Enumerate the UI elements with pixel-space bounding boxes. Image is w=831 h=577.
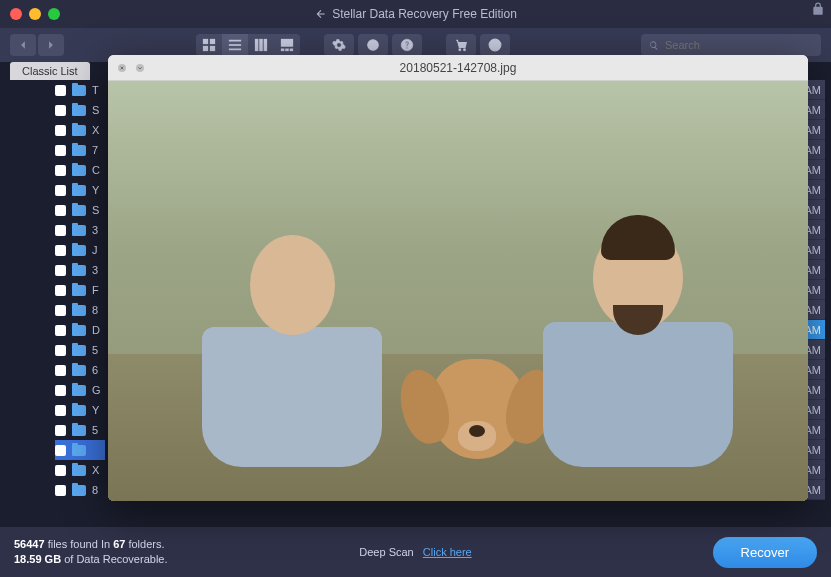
svg-point-15: [458, 49, 460, 51]
file-checkbox[interactable]: [55, 445, 66, 456]
user-account-button[interactable]: [480, 34, 510, 56]
file-checkbox[interactable]: [55, 185, 66, 196]
file-checkbox[interactable]: [55, 405, 66, 416]
svg-rect-8: [259, 39, 263, 51]
file-row[interactable]: D: [55, 320, 105, 340]
file-checkbox[interactable]: [55, 285, 66, 296]
view-list-button[interactable]: [222, 34, 248, 56]
file-row[interactable]: X: [55, 120, 105, 140]
svg-point-20: [136, 64, 144, 72]
file-checkbox[interactable]: [55, 265, 66, 276]
file-checkbox[interactable]: [55, 225, 66, 236]
file-row[interactable]: 6: [55, 360, 105, 380]
file-checkbox[interactable]: [55, 245, 66, 256]
view-grid-button[interactable]: [196, 34, 222, 56]
file-checkbox[interactable]: [55, 305, 66, 316]
file-checkbox[interactable]: [55, 125, 66, 136]
search-box[interactable]: [641, 34, 821, 56]
file-row[interactable]: 8: [55, 300, 105, 320]
file-row[interactable]: S: [55, 100, 105, 120]
app-back-arrow-icon: [314, 8, 326, 20]
svg-point-18: [493, 42, 497, 46]
folder-icon: [72, 105, 86, 116]
file-row[interactable]: Y: [55, 400, 105, 420]
window-titlebar: Stellar Data Recovery Free Edition: [0, 0, 831, 28]
file-row[interactable]: X: [55, 460, 105, 480]
file-row[interactable]: 8: [55, 480, 105, 500]
file-checkbox[interactable]: [55, 105, 66, 116]
folder-icon: [72, 165, 86, 176]
file-checkbox[interactable]: [55, 485, 66, 496]
svg-rect-1: [209, 39, 214, 44]
svg-rect-4: [228, 40, 240, 42]
svg-rect-0: [202, 39, 207, 44]
file-row[interactable]: S: [55, 200, 105, 220]
cart-button[interactable]: [446, 34, 476, 56]
svg-rect-10: [280, 39, 292, 47]
file-checkbox[interactable]: [55, 385, 66, 396]
file-row[interactable]: 3: [55, 220, 105, 240]
file-name-fragment: 3: [92, 264, 98, 276]
file-name-fragment: C: [92, 164, 100, 176]
file-row[interactable]: C: [55, 160, 105, 180]
folder-icon: [72, 145, 86, 156]
file-checkbox[interactable]: [55, 345, 66, 356]
folder-icon: [72, 185, 86, 196]
folder-icon: [72, 365, 86, 376]
minimize-window-button[interactable]: [29, 8, 41, 20]
file-checkbox[interactable]: [55, 465, 66, 476]
photo-dog: [402, 359, 552, 459]
file-row[interactable]: T: [55, 80, 105, 100]
settings-gear-button[interactable]: [324, 34, 354, 56]
maximize-window-button[interactable]: [48, 8, 60, 20]
deep-scan-link[interactable]: Click here: [423, 546, 472, 558]
file-name-fragment: G: [92, 384, 101, 396]
file-row[interactable]: G: [55, 380, 105, 400]
file-checkbox[interactable]: [55, 145, 66, 156]
preview-window: 20180521-142708.jpg: [108, 55, 808, 501]
file-checkbox[interactable]: [55, 425, 66, 436]
deep-scan-label: Deep Scan: [359, 546, 413, 558]
preview-expand-button[interactable]: [134, 62, 146, 74]
search-icon: [649, 40, 659, 51]
nav-forward-button[interactable]: [38, 34, 64, 56]
search-input[interactable]: [665, 39, 813, 51]
sidebar-tab-classic-list[interactable]: Classic List: [10, 62, 90, 80]
file-checkbox[interactable]: [55, 205, 66, 216]
file-row[interactable]: 3: [55, 260, 105, 280]
recover-button[interactable]: Recover: [713, 537, 817, 568]
file-checkbox[interactable]: [55, 85, 66, 96]
traffic-lights: [10, 8, 60, 20]
file-row[interactable]: 5: [55, 340, 105, 360]
file-name-fragment: 5: [92, 344, 98, 356]
deep-scan-prompt: Deep Scan Click here: [359, 546, 471, 558]
svg-rect-9: [263, 39, 267, 51]
preview-window-controls: [116, 62, 146, 74]
file-name-fragment: S: [92, 204, 99, 216]
file-row[interactable]: J: [55, 240, 105, 260]
folder-icon: [72, 385, 86, 396]
status-folder-count: 67: [113, 538, 125, 550]
file-name-fragment: S: [92, 104, 99, 116]
file-checkbox[interactable]: [55, 325, 66, 336]
file-name-fragment: X: [92, 124, 99, 136]
preview-image: [108, 81, 808, 501]
view-gallery-button[interactable]: [274, 34, 300, 56]
file-row[interactable]: 5: [55, 420, 105, 440]
help-button[interactable]: [392, 34, 422, 56]
close-window-button[interactable]: [10, 8, 22, 20]
folder-icon: [72, 265, 86, 276]
file-name-fragment: 8: [92, 484, 98, 496]
file-checkbox[interactable]: [55, 365, 66, 376]
folder-icon: [72, 125, 86, 136]
preview-close-button[interactable]: [116, 62, 128, 74]
file-row[interactable]: [55, 440, 105, 460]
nav-back-button[interactable]: [10, 34, 36, 56]
view-columns-button[interactable]: [248, 34, 274, 56]
file-row[interactable]: 7: [55, 140, 105, 160]
file-name-fragment: 7: [92, 144, 98, 156]
history-button[interactable]: [358, 34, 388, 56]
file-row[interactable]: Y: [55, 180, 105, 200]
file-row[interactable]: F: [55, 280, 105, 300]
file-checkbox[interactable]: [55, 165, 66, 176]
